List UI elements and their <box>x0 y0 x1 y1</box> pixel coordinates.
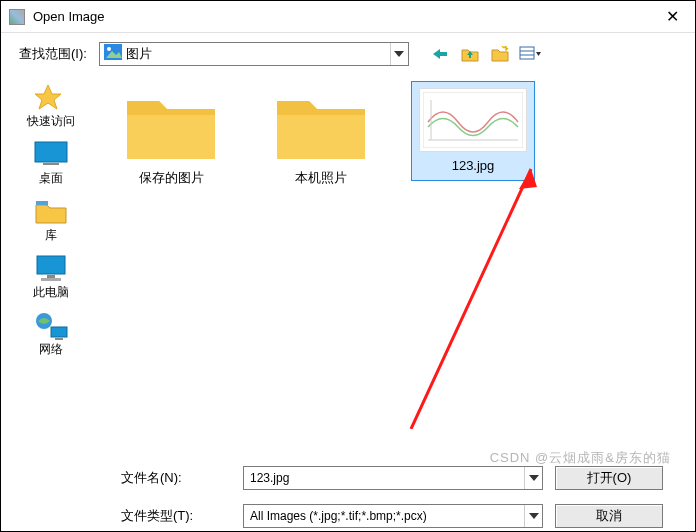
places-bar: 快速访问 桌面 库 此电脑 网络 <box>1 69 101 463</box>
app-icon <box>9 9 25 25</box>
svg-rect-14 <box>55 338 63 340</box>
close-icon[interactable]: ✕ <box>658 7 687 26</box>
up-folder-icon[interactable] <box>459 43 481 65</box>
place-label: 快速访问 <box>27 113 75 130</box>
titlebar: Open Image ✕ <box>1 1 695 33</box>
place-quick-access[interactable]: 快速访问 <box>27 83 75 130</box>
image-thumbnail <box>419 88 527 152</box>
svg-rect-6 <box>35 142 67 162</box>
file-item-selected[interactable]: 123.jpg <box>411 81 535 181</box>
filetype-combo[interactable]: All Images (*.jpg;*.tif;*.bmp;*.pcx) <box>243 504 543 528</box>
bottom-controls: 文件名(N): 123.jpg 打开(O) 文件类型(T): All Image… <box>1 463 695 531</box>
nav-toolbar <box>429 43 541 65</box>
place-label: 库 <box>45 227 57 244</box>
svg-rect-7 <box>43 163 59 165</box>
svg-line-18 <box>411 169 531 429</box>
lookin-combo[interactable]: 图片 <box>99 42 409 66</box>
svg-rect-2 <box>439 52 447 56</box>
item-label: 本机照片 <box>295 169 347 187</box>
svg-point-1 <box>107 47 111 51</box>
place-label: 网络 <box>39 341 63 358</box>
svg-rect-10 <box>47 275 55 278</box>
item-label: 123.jpg <box>452 158 495 173</box>
filename-combo[interactable]: 123.jpg <box>243 466 543 490</box>
place-label: 桌面 <box>39 170 63 187</box>
lookin-label: 查找范围(I): <box>19 45 87 63</box>
place-desktop[interactable]: 桌面 <box>33 140 69 187</box>
open-button[interactable]: 打开(O) <box>555 466 663 490</box>
svg-rect-13 <box>51 327 67 337</box>
svg-rect-8 <box>36 201 48 205</box>
folder-item[interactable]: 保存的图片 <box>111 87 231 187</box>
item-label: 保存的图片 <box>139 169 204 187</box>
chevron-down-icon[interactable] <box>390 43 408 65</box>
new-folder-icon[interactable] <box>489 43 511 65</box>
view-menu-icon[interactable] <box>519 43 541 65</box>
filetype-value: All Images (*.jpg;*.tif;*.bmp;*.pcx) <box>250 509 524 523</box>
window-title: Open Image <box>33 9 658 24</box>
lookin-value: 图片 <box>126 45 390 63</box>
svg-rect-11 <box>41 278 61 281</box>
cancel-button[interactable]: 取消 <box>555 504 663 528</box>
filetype-label: 文件类型(T): <box>121 507 231 525</box>
filename-value: 123.jpg <box>250 471 524 485</box>
place-label: 此电脑 <box>33 284 69 301</box>
file-pane[interactable]: 保存的图片 本机照片 123.jpg <box>101 69 695 463</box>
chevron-down-icon[interactable] <box>524 467 542 489</box>
lookin-row: 查找范围(I): 图片 <box>1 33 695 69</box>
place-library[interactable]: 库 <box>33 197 69 244</box>
back-icon[interactable] <box>429 43 451 65</box>
place-this-pc[interactable]: 此电脑 <box>33 254 69 301</box>
chevron-down-icon[interactable] <box>524 505 542 527</box>
pictures-icon <box>104 44 122 64</box>
place-network[interactable]: 网络 <box>33 311 69 358</box>
svg-rect-3 <box>520 47 534 59</box>
folder-item[interactable]: 本机照片 <box>261 87 381 187</box>
svg-rect-9 <box>37 256 65 274</box>
filename-label: 文件名(N): <box>121 469 231 487</box>
